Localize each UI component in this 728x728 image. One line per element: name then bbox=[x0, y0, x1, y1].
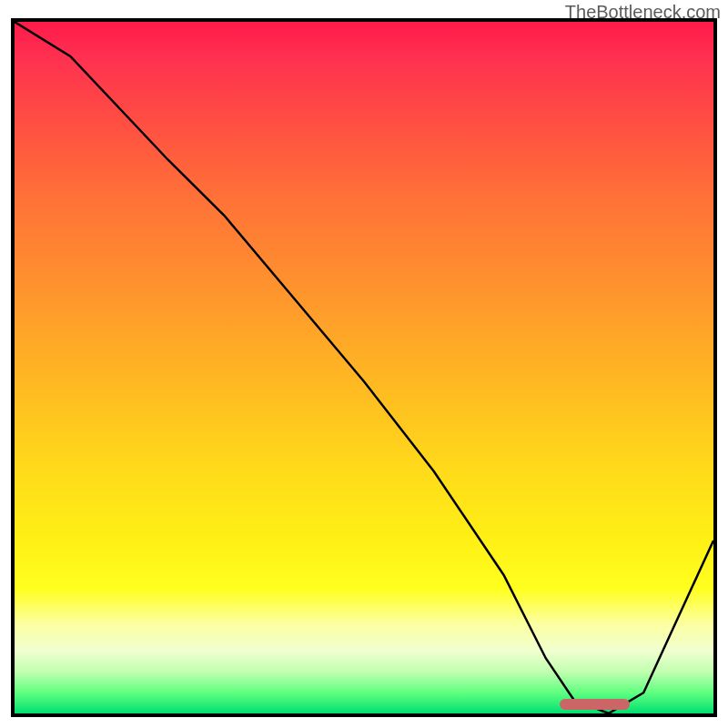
bottleneck-curve bbox=[15, 22, 713, 713]
optimal-range-marker bbox=[560, 699, 630, 710]
chart-container bbox=[11, 18, 717, 717]
watermark-text: TheBottleneck.com bbox=[565, 2, 721, 23]
